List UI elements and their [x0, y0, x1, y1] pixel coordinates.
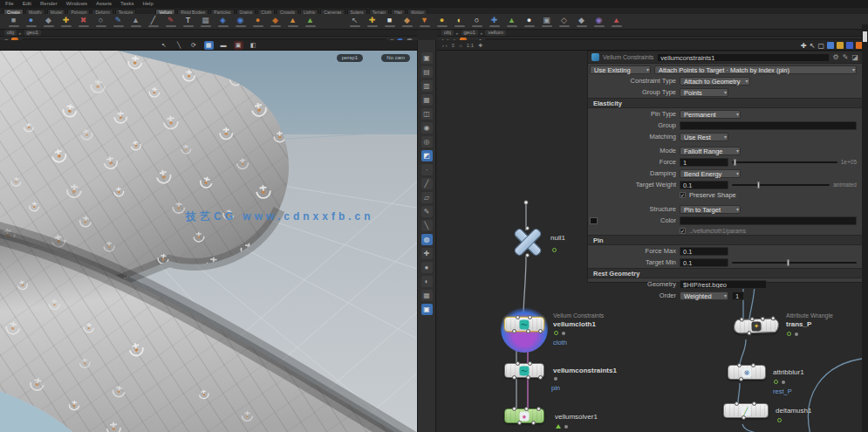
- bypass-flag[interactable]: [562, 332, 565, 335]
- crumb-obj[interactable]: obj: [4, 30, 17, 36]
- target-weight-slider[interactable]: [732, 181, 830, 189]
- group-type-dropdown[interactable]: Points: [680, 88, 728, 97]
- tool-flag[interactable]: ▲: [610, 15, 623, 28]
- mode-dropdown[interactable]: Falloff Range: [680, 147, 741, 155]
- select-prim-icon[interactable]: ▱: [421, 192, 433, 203]
- bypass-flag[interactable]: [782, 381, 785, 384]
- display-flag[interactable]: [777, 418, 782, 422]
- tool-moon[interactable]: ○: [470, 15, 483, 28]
- frame-icon[interactable]: ▢: [817, 42, 824, 49]
- color-field[interactable]: [680, 216, 857, 225]
- display-flag[interactable]: [552, 248, 557, 252]
- palette-indigo[interactable]: [846, 42, 853, 49]
- snap-grid-icon[interactable]: ▦: [204, 41, 214, 50]
- display-flag[interactable]: [774, 380, 778, 384]
- tool-orb[interactable]: ◉: [592, 15, 605, 28]
- brush-icon[interactable]: ╲: [421, 220, 433, 231]
- persp-icon[interactable]: ▣: [421, 52, 433, 64]
- pin-panel-icon[interactable]: ◪: [851, 53, 858, 61]
- tool-sphere[interactable]: ●: [24, 15, 38, 28]
- menu-file[interactable]: File: [5, 0, 14, 8]
- display-flag[interactable]: [787, 332, 791, 336]
- tool-blob[interactable]: ●: [523, 15, 536, 28]
- tool-tree[interactable]: ▲: [304, 15, 317, 28]
- tool-gem[interactable]: ◈: [216, 15, 229, 28]
- constraint-type-dropdown[interactable]: Attach to Geometry: [680, 77, 750, 86]
- preserve-shape-checkbox[interactable]: ✓: [680, 192, 686, 198]
- bypass-flag[interactable]: [554, 377, 557, 381]
- node-trans-P[interactable]: ✦: [734, 318, 780, 334]
- output-flag[interactable]: [556, 424, 561, 429]
- tool-pin[interactable]: ◆: [400, 15, 413, 28]
- force-slider[interactable]: [732, 158, 837, 167]
- grid2-icon[interactable]: ▣: [421, 304, 433, 315]
- color-swatch[interactable]: [590, 217, 598, 224]
- tool-wire[interactable]: ✚: [488, 15, 501, 28]
- tool-tri[interactable]: ▲: [129, 15, 142, 28]
- shade-menu-icon[interactable]: ▬: [219, 41, 229, 50]
- select-pt-icon[interactable]: ∙: [421, 164, 433, 175]
- node-vellumcloth1[interactable]: 〜: [504, 317, 544, 332]
- net-btn-4[interactable]: ✚: [478, 42, 482, 48]
- group-field[interactable]: [680, 121, 857, 130]
- select-obj-icon[interactable]: ◩: [421, 150, 433, 161]
- tool-hammer[interactable]: ✚: [366, 15, 379, 28]
- camera-pill[interactable]: No cam: [381, 54, 410, 62]
- tool-panel[interactable]: ▣: [540, 15, 553, 28]
- edit-icon[interactable]: ✎: [843, 53, 849, 61]
- node-vellumsolver1[interactable]: ●: [504, 408, 544, 423]
- geometry-field[interactable]: $HIP/rest.bgeo: [680, 280, 767, 289]
- section-elasticity[interactable]: Elasticity: [588, 98, 862, 108]
- tool-box[interactable]: ■: [7, 15, 20, 28]
- palette-blue[interactable]: [827, 42, 834, 49]
- tool-select[interactable]: ↖: [348, 15, 361, 28]
- info-icon[interactable]: ◍: [421, 234, 433, 245]
- path-checkbox[interactable]: ✓: [680, 228, 686, 234]
- force-max-field[interactable]: 0.1: [680, 247, 728, 256]
- tool-diamond-orange[interactable]: ◆: [269, 15, 282, 28]
- tool-points[interactable]: ◉: [234, 15, 247, 28]
- tool-ball[interactable]: ●: [435, 15, 448, 28]
- tool-circle[interactable]: ○: [94, 15, 107, 28]
- source-dropdown[interactable]: Use Existing: [590, 65, 651, 74]
- tool-drop[interactable]: ▼: [418, 15, 431, 28]
- bypass-flag[interactable]: [795, 333, 798, 336]
- section-rest-geometry[interactable]: Rest Geometry: [588, 268, 862, 278]
- right-icon[interactable]: ▦: [421, 94, 433, 106]
- tool-delete[interactable]: ✖: [77, 15, 90, 28]
- net-btn-0[interactable]: ‹ ›: [442, 43, 448, 48]
- net-btn-1[interactable]: ≡: [452, 43, 455, 48]
- tool-pen-red[interactable]: ✎: [164, 15, 177, 28]
- snap2-icon[interactable]: ▦: [421, 290, 433, 301]
- menu-edit[interactable]: Edit: [23, 0, 31, 8]
- tool-cloth[interactable]: ■: [383, 15, 396, 28]
- network-editor[interactable]: null1 〜 Vellum Constraints vellumcloth1 …: [437, 51, 868, 432]
- tool-edge[interactable]: ◆: [42, 15, 55, 28]
- order-count-field[interactable]: 1: [732, 291, 744, 300]
- front-icon[interactable]: ▥: [421, 80, 433, 92]
- top-icon[interactable]: ▤: [421, 66, 433, 78]
- render-flipbook-icon[interactable]: ▣: [234, 41, 243, 50]
- tool-grid[interactable]: ▦: [199, 15, 212, 28]
- display-flag[interactable]: [554, 331, 558, 335]
- window-edge-scrollbar[interactable]: [862, 24, 868, 432]
- crumb-geo1[interactable]: geo1: [461, 30, 478, 36]
- section-pin[interactable]: Pin: [588, 235, 862, 245]
- order-dropdown[interactable]: Weighted: [680, 291, 728, 300]
- scene-viewport[interactable]: persp1 No cam: [0, 51, 417, 432]
- tool-dot-orange[interactable]: ●: [251, 15, 264, 28]
- node-name-field[interactable]: vellumconstraints1: [657, 53, 829, 62]
- wrench-icon[interactable]: ✚: [801, 42, 807, 49]
- target-weight-field[interactable]: 0.1: [680, 181, 728, 189]
- net-btn-2[interactable]: ⌂: [459, 43, 462, 48]
- bypass-flag[interactable]: [564, 425, 568, 429]
- pin-type-dropdown[interactable]: Permanent: [680, 110, 741, 119]
- define-dropdown[interactable]: Attach Points to Target · Match by Index…: [654, 65, 857, 74]
- select-edge-icon[interactable]: ╱: [421, 178, 433, 189]
- sim-icon[interactable]: ◐: [421, 276, 433, 287]
- pose-icon[interactable]: ●: [421, 262, 433, 273]
- select-arrow-icon[interactable]: ↖: [160, 41, 169, 50]
- view-name-pill[interactable]: persp1: [337, 54, 363, 62]
- crumb-geo1[interactable]: geo1: [24, 30, 41, 36]
- tool-pen-blue[interactable]: ✎: [112, 15, 125, 28]
